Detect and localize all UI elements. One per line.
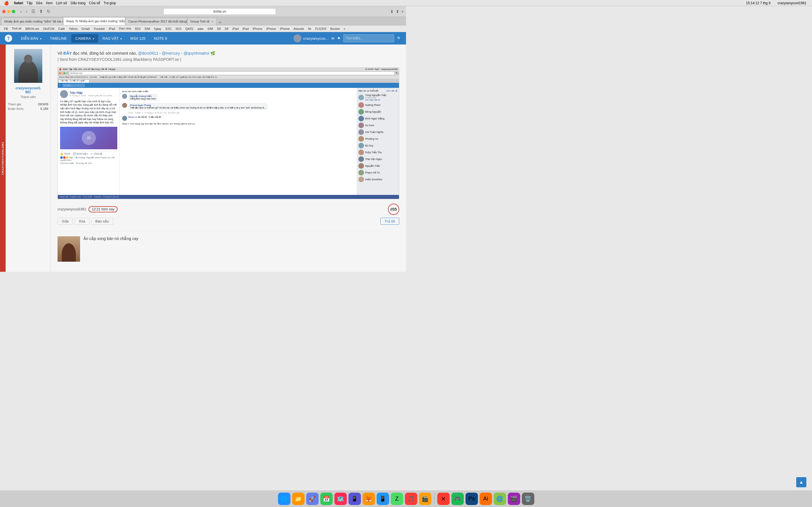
- apple-icon[interactable]: 🍎: [4, 1, 9, 5]
- report-button[interactable]: Báo xấu: [91, 218, 113, 225]
- bookmark-bucket[interactable]: Bucket: [328, 26, 342, 31]
- nav-raovat[interactable]: RAO VẶT ▾: [99, 34, 126, 43]
- svg-text:T: T: [7, 36, 10, 41]
- reader-button[interactable]: ☰: [30, 8, 36, 15]
- nav-note8[interactable]: NOTE 8: [150, 34, 171, 43]
- tab-2[interactable]: Reply To Nhiếp ảnh gia chiến trường "dởm…: [63, 17, 125, 25]
- bookmark-flickr[interactable]: FLICKR: [313, 26, 328, 31]
- bookmark-gmail[interactable]: Gmail: [80, 26, 91, 31]
- fb-top-comments-label: Xem các bình luận trước: [122, 90, 354, 93]
- traffic-lights: [2, 10, 15, 13]
- reload-button[interactable]: ↻: [46, 8, 52, 15]
- bookmark-donha[interactable]: Dọn nhà: [117, 26, 133, 31]
- fb-share-btn[interactable]: ↗ Chia sẻ: [91, 152, 102, 155]
- menubar-safari[interactable]: Safari: [14, 1, 23, 5]
- post-footer-right: #55: [388, 204, 399, 215]
- fb-bottom-bar: Tiếng Việt · English (US) · 中文(台灣) Españ…: [58, 195, 399, 199]
- forward-button[interactable]: ›: [24, 8, 28, 15]
- fb-friend-1: Tùng Nguyễn Tiến 5 bạn chung Xác nhận bạ…: [358, 93, 397, 102]
- bookmark-qate2[interactable]: qate: [196, 26, 205, 31]
- mini-tab-active: Trần Hữu · Có đến 167 người bạn của mình…: [58, 79, 89, 83]
- menubar-view[interactable]: Xem: [46, 1, 53, 5]
- friend-avatar-6: [358, 129, 364, 135]
- mention-quynhmatroi[interactable]: @quynhmatroi: [184, 51, 209, 55]
- share-button[interactable]: ⬆: [38, 8, 44, 15]
- bookmark-ipad2[interactable]: iPad: [231, 26, 240, 31]
- nav-search-bar[interactable]: Tìm kiếm...: [343, 34, 394, 42]
- bookmark-yahoo[interactable]: Yahoo: [67, 26, 79, 31]
- post-link-day[interactable]: ĐÂY: [63, 51, 72, 55]
- bookmark-5d3-2[interactable]: 5D3: [174, 26, 183, 31]
- bookmark-ssc[interactable]: SSC: [163, 26, 173, 31]
- bookmark-youtube[interactable]: Youtube: [92, 26, 107, 31]
- bookmark-otofun[interactable]: OtoFUN: [41, 26, 56, 31]
- download-icon[interactable]: ⬇: [390, 9, 394, 14]
- menubar-help[interactable]: Trợ giúp: [103, 1, 116, 5]
- delete-button[interactable]: Xóa: [74, 218, 89, 225]
- edit-button[interactable]: Sửa: [57, 218, 73, 225]
- menubar-history[interactable]: Lịch sử: [56, 1, 67, 5]
- close-button[interactable]: [2, 10, 6, 13]
- nav-diendan[interactable]: DIỄN ĐÀN ▾: [17, 34, 45, 43]
- post-footer-left: crazysexycool1981 12:21 hôm nay: [57, 206, 117, 212]
- bookmark-5d3[interactable]: 5D3: [133, 26, 142, 31]
- mention-dcm0911[interactable]: @dcm0911: [138, 51, 158, 55]
- mini-bookmarks: How to Mask Text in Final Cut Pro X - Yo…: [58, 75, 399, 79]
- nav-mail-icon[interactable]: ✉: [331, 36, 335, 41]
- site-logo[interactable]: T: [4, 34, 12, 42]
- fb-next-comment: Nhan T Cao Sáng nay anh đọc file ảnh Jam…: [122, 122, 354, 125]
- friend-name-nguyentien: Nguyễn Tiến: [365, 165, 380, 167]
- menubar-bookmarks[interactable]: Dấu trang: [70, 1, 86, 5]
- bookmark-bbvn[interactable]: BBVN.net: [24, 26, 41, 31]
- bookmark-sim[interactable]: SIM: [143, 26, 152, 31]
- nav-flag-icon[interactable]: ⚑: [337, 36, 341, 41]
- bookmark-iphone3[interactable]: iPhone: [278, 26, 291, 31]
- bookmark-s8-2[interactable]: S8: [223, 26, 230, 31]
- bookmark-iphone2[interactable]: iPhone: [265, 26, 278, 31]
- url-display[interactable]: tinhte.vn: [213, 10, 226, 13]
- bookmark-fb[interactable]: FB: [2, 26, 10, 31]
- nav-search-icon[interactable]: 🔍: [397, 36, 402, 41]
- bookmark-iphone[interactable]: iPhone: [251, 26, 264, 31]
- comment-bubble-1: Nguyễn Hoàng Hiền Hồng ảnh chụp màn hình: [128, 94, 158, 101]
- menubar-edit[interactable]: Sửa: [36, 1, 42, 5]
- share-icon[interactable]: ⬆: [396, 9, 399, 14]
- nav-msx125[interactable]: MSX 125: [126, 34, 149, 43]
- tab-1[interactable]: Nhiếp ảnh gia chiến trường "dởm" đã lừa …: [1, 18, 63, 25]
- bookmark-ipad[interactable]: iPad: [107, 26, 117, 31]
- back-button[interactable]: ‹: [19, 8, 23, 15]
- user-avatar: [14, 49, 42, 83]
- username[interactable]: crazysexycool1981: [8, 86, 48, 94]
- tab-3[interactable]: Canon Photomarathon 2017 đã khởi động! B…: [125, 18, 187, 25]
- nav-camera[interactable]: CAMERA ▾: [71, 34, 98, 43]
- bookmark-9x[interactable]: 9x: [306, 26, 313, 31]
- nav-username[interactable]: crazysexycoo...: [303, 36, 328, 41]
- bookmark-ipad3[interactable]: iPad: [241, 26, 250, 31]
- close-tab-4[interactable]: ✕: [211, 20, 213, 23]
- fullscreen-button[interactable]: [12, 10, 15, 13]
- minimize-button[interactable]: [7, 10, 10, 13]
- bookmark-sim2[interactable]: SIM: [206, 26, 215, 31]
- nav-timeline[interactable]: TIMELINE: [46, 34, 71, 43]
- fb-like-btn[interactable]: 👍 Thích: [60, 152, 70, 155]
- fb-screenshot-container: 🍎 SafariTệpSửaXemLịch sửDấu trangCửa sổT…: [57, 67, 399, 199]
- more-bookmarks[interactable]: »: [342, 26, 347, 31]
- bookmark-cafe[interactable]: Cafe: [57, 26, 66, 31]
- reply-button[interactable]: Trả lời: [380, 218, 399, 225]
- menubar-file[interactable]: Tệp: [27, 1, 33, 5]
- fb-post-avatar: [60, 90, 68, 98]
- friend-name-tung: Tùng Nguyễn Tiến: [365, 94, 387, 97]
- tab-4[interactable]: Group Tinh tế ✕: [187, 18, 216, 25]
- bookmark-add-icon[interactable]: +: [402, 9, 404, 14]
- new-tab-button[interactable]: +: [216, 20, 223, 25]
- bookmark-qate[interactable]: QATE: [184, 26, 195, 31]
- mention-mercury[interactable]: @mercury: [162, 51, 180, 55]
- bookmark-tinhte[interactable]: Tinh tế: [10, 26, 23, 31]
- bookmark-s8[interactable]: S8: [215, 26, 222, 31]
- bookmark-5giay[interactable]: 5giay: [152, 26, 163, 31]
- fb-comment-btn[interactable]: 💬 Bình luận: [73, 152, 88, 155]
- user-role: Thành viên: [8, 95, 48, 99]
- menubar-window[interactable]: Cửa sổ: [89, 1, 100, 5]
- fb-friend-4: Đình Ngọc Đặng: [358, 115, 397, 122]
- bookmark-airpods[interactable]: Airpods: [292, 26, 306, 31]
